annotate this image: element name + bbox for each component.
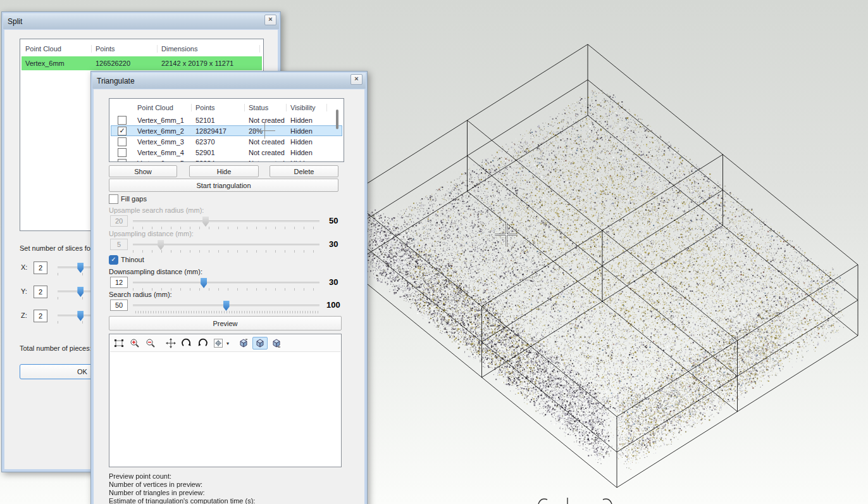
split-row-dimensions: 22142 x 20179 x 11271 <box>158 60 260 67</box>
row-points: 12829417 <box>192 127 245 135</box>
row-status: Not created <box>245 149 287 156</box>
preview-toolbar: ▾ <box>110 335 340 352</box>
col-pointcloud: Point Cloud <box>133 104 192 111</box>
row-checkbox[interactable] <box>118 116 127 125</box>
row-name: Vertex_6mm_1 <box>133 117 192 124</box>
rotate-cw-icon[interactable] <box>180 337 194 349</box>
row-checkbox[interactable] <box>118 159 127 163</box>
row-status: Not created <box>245 160 287 163</box>
table-row[interactable]: Vertex_6mm_1 52101 Not created Hidden <box>111 115 342 125</box>
table-row[interactable]: Vertex_6mm_5 52934 Not created Hidden <box>111 158 342 162</box>
upsample-radius-max: 50 <box>329 216 338 225</box>
preview-point-count-label: Preview point count: <box>109 472 171 480</box>
delete-button[interactable]: Delete <box>270 165 338 177</box>
row-checkbox[interactable] <box>118 137 127 146</box>
axis-x-value[interactable]: 2 <box>34 261 47 274</box>
slices-label: Set number of slices for <box>20 244 93 252</box>
row-points: 52934 <box>192 160 245 163</box>
triangulate-titlebar[interactable]: Triangulate <box>92 73 366 89</box>
paste-box-icon[interactable] <box>252 337 268 350</box>
split-table-row[interactable]: Vertex_6mm 126526220 22142 x 20179 x 112… <box>22 56 262 70</box>
split-title: Split <box>8 17 22 26</box>
row-visibility: Hidden <box>287 138 327 146</box>
clipped-toolbar-glyphs <box>535 496 642 504</box>
application-window: Split × Point Cloud Points Dimensions Ve… <box>0 0 868 504</box>
downsampling-distance-value[interactable]: 12 <box>110 277 128 288</box>
upsample-radius-value: 20 <box>110 215 128 227</box>
preview-panel[interactable]: ▾ <box>109 334 342 467</box>
col-status: Status <box>245 104 287 111</box>
upsampling-distance-label: Upsampling distance (mm): <box>109 230 194 237</box>
downsampling-distance-label: Downsampling distance (mm): <box>109 268 202 275</box>
row-points: 52101 <box>192 117 245 124</box>
zoom-out-icon[interactable] <box>144 337 158 349</box>
split-close-button[interactable]: × <box>264 15 276 25</box>
rotate-ccw-icon[interactable] <box>195 337 209 349</box>
search-radius-label: Search radius (mm): <box>109 291 172 298</box>
split-col-pointcloud: Point Cloud <box>22 45 92 53</box>
zoom-in-icon[interactable] <box>128 337 142 349</box>
table-row[interactable]: Vertex_6mm_4 52901 Not created Hidden <box>111 147 342 158</box>
upsampling-distance-value: 5 <box>110 239 128 250</box>
copy-box-icon[interactable] <box>237 337 251 349</box>
triangles-in-preview-label: Number of triangles in preview: <box>109 489 205 496</box>
row-name: Vertex_6mm_4 <box>133 149 192 156</box>
col-points: Points <box>192 104 245 111</box>
row-points: 62370 <box>192 138 245 146</box>
row-status: Not created <box>245 117 287 124</box>
axis-z-label: Z: <box>21 312 27 319</box>
split-row-points: 126526220 <box>92 60 158 67</box>
computation-time-label: Estimate of triangulation's computation … <box>109 497 255 504</box>
table-row-selected[interactable]: ✓ Vertex_6mm_2 12829417 28% Hidden <box>111 125 342 136</box>
row-visibility: Hidden <box>287 160 327 163</box>
upsample-radius-label: Upsample search radius (mm): <box>109 206 204 214</box>
hide-button[interactable]: Hide <box>189 165 259 177</box>
downsampling-distance-max: 30 <box>329 277 338 287</box>
row-checkbox[interactable]: ✓ <box>118 127 127 135</box>
upsampling-distance-max: 30 <box>329 239 338 249</box>
row-visibility: Hidden <box>287 117 327 124</box>
fit-view-icon[interactable] <box>112 337 126 349</box>
vertices-in-preview-label: Number of vertices in preview: <box>109 481 202 488</box>
target-dropdown-icon[interactable]: ▾ <box>226 341 229 346</box>
col-visibility: Visibility <box>287 104 327 111</box>
row-name: Vertex_6mm_2 <box>133 127 192 135</box>
thinout-label: Thinout <box>121 256 144 263</box>
split-row-name: Vertex_6mm <box>22 60 92 67</box>
row-visibility: Hidden <box>287 149 327 156</box>
table-scrollbar[interactable] <box>336 110 338 129</box>
row-checkbox[interactable] <box>118 148 127 157</box>
triangulate-dialog-body: Point Cloud Points Status Visibility Ver… <box>94 89 364 504</box>
triangulate-close-button[interactable]: × <box>350 74 363 85</box>
triangulate-title: Triangulate <box>97 77 135 85</box>
split-titlebar[interactable]: Split <box>3 13 279 29</box>
row-visibility: Hidden <box>287 127 327 135</box>
fill-gaps-checkbox[interactable] <box>109 194 118 204</box>
triangulate-pointcloud-list[interactable]: Point Cloud Points Status Visibility Ver… <box>109 98 344 162</box>
search-radius-max: 100 <box>326 300 340 310</box>
axis-y-value[interactable]: 2 <box>34 286 47 298</box>
search-radius-value[interactable]: 50 <box>110 299 128 311</box>
paste-special-box-icon[interactable] <box>270 337 283 349</box>
row-points: 52901 <box>192 149 245 156</box>
triangulate-table-header: Point Cloud Points Status Visibility <box>111 100 342 115</box>
start-triangulation-button[interactable]: Start triangulation <box>109 179 338 192</box>
split-col-points: Points <box>92 45 158 53</box>
pan-icon[interactable] <box>164 337 178 349</box>
split-col-dimensions: Dimensions <box>158 45 260 53</box>
preview-button[interactable]: Preview <box>109 316 342 331</box>
triangulate-dialog: Triangulate × Point Cloud Points Status … <box>90 71 368 504</box>
thinout-checkbox[interactable]: ✓ <box>109 255 118 265</box>
total-pieces-label: Total number of pieces: <box>20 344 92 352</box>
axis-x-label: X: <box>21 263 27 271</box>
show-button[interactable]: Show <box>109 165 177 177</box>
row-status: Not created <box>245 138 287 146</box>
row-name: Vertex_6mm_3 <box>133 138 192 146</box>
row-name: Vertex_6mm_5 <box>133 160 192 163</box>
fill-gaps-label: Fill gaps <box>121 195 147 203</box>
axis-z-value[interactable]: 2 <box>34 310 47 322</box>
table-row[interactable]: Vertex_6mm_3 62370 Not created Hidden <box>111 136 342 147</box>
split-table-header: Point Cloud Points Dimensions <box>22 41 262 56</box>
target-icon[interactable] <box>211 337 225 349</box>
axis-y-label: Y: <box>21 287 27 295</box>
